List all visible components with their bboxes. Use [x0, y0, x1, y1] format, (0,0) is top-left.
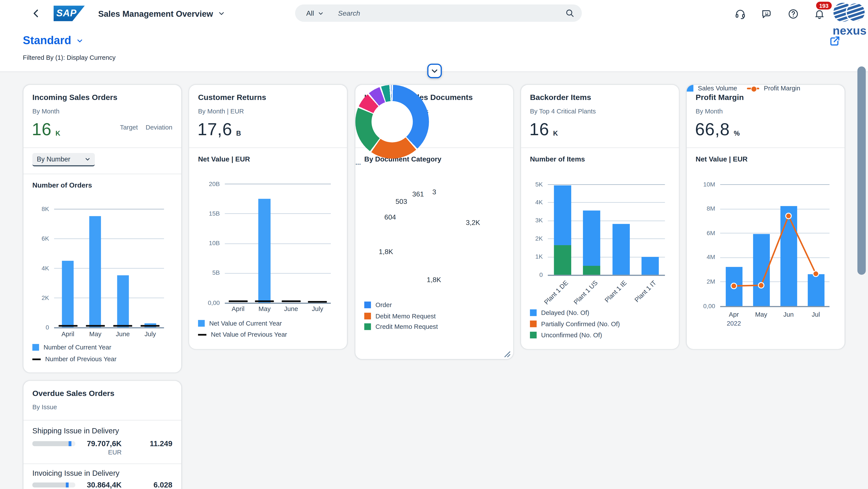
- y-axis-tick-label: 8M: [687, 205, 715, 212]
- search-input[interactable]: Search: [338, 9, 565, 17]
- bar-June[interactable]: [117, 276, 129, 327]
- legend-item: Net Value of Current Year: [198, 320, 282, 327]
- share-icon[interactable]: [830, 35, 841, 46]
- grid-line: [54, 327, 164, 328]
- line-marker[interactable]: [813, 271, 819, 277]
- donut-value-label: 604: [384, 213, 396, 221]
- bar-Plant 1 US[interactable]: [583, 266, 600, 275]
- search-icon[interactable]: [565, 8, 575, 18]
- shell-header: SAP Sales Management Overview All Search: [0, 0, 868, 27]
- incoming-orders-chart[interactable]: 8K6K4K2K0AprilMayJuneJulyNumber of Curre…: [24, 85, 181, 373]
- legend-label: Credit Memo Request: [375, 323, 438, 330]
- y-axis-tick-label: 15B: [189, 210, 220, 217]
- legend-label: Net Value of Current Year: [209, 320, 282, 327]
- grid-line: [548, 184, 665, 185]
- legend-swatch: [364, 313, 371, 319]
- grid-line: [225, 184, 331, 184]
- chevron-down-icon: [318, 10, 323, 16]
- y-axis-tick-label: 4K: [24, 264, 49, 271]
- app-title-menu[interactable]: Sales Management Overview: [98, 8, 225, 19]
- profit-margin-chart[interactable]: 10M8M6M4M2M0,00AprMayJunJul2022Sales Vol…: [687, 85, 844, 349]
- line-marker[interactable]: [758, 283, 764, 288]
- x-axis-label: July: [131, 330, 170, 337]
- legend-more: ...: [355, 159, 513, 167]
- feedback-chat-icon[interactable]: [761, 8, 772, 20]
- grid-line: [548, 275, 665, 276]
- line-marker[interactable]: [786, 213, 792, 219]
- chevron-down-icon: [218, 10, 225, 17]
- x-axis-label: July: [298, 305, 337, 312]
- filter-bar-summary[interactable]: Filtered By (1): Display Currency: [23, 54, 116, 61]
- legend-swatch: [530, 332, 537, 338]
- y-axis-tick-label: 20B: [189, 180, 220, 187]
- chevron-down-icon: [431, 67, 439, 75]
- issue-value: 30.864,4K: [87, 481, 122, 489]
- legend-label: Profit Margin: [764, 85, 800, 92]
- previous-year-marker: [282, 300, 301, 302]
- bar-May[interactable]: [258, 199, 271, 303]
- document-category-donut-chart[interactable]: 3,2K1,8K1,8K6045033613OrderDebit Memo Re…: [355, 85, 513, 359]
- notification-badge: 193: [816, 2, 832, 9]
- back-icon[interactable]: [31, 8, 42, 19]
- donut-value-label: 1,8K: [427, 276, 441, 284]
- legend-item: Number of Current Year: [32, 344, 111, 351]
- grid-line: [225, 273, 331, 274]
- backorder-items-chart[interactable]: 5K4K3K2K1K0Plant 1 DEPlant 1 USPlant 1 I…: [521, 85, 679, 349]
- bar-Plant 1 DE[interactable]: [554, 245, 571, 275]
- legend-label: Number of Previous Year: [45, 356, 117, 363]
- card-profit-margin[interactable]: Profit Margin By Month 66,8% Net Value |…: [687, 85, 844, 349]
- previous-year-marker: [58, 325, 77, 327]
- donut-chart[interactable]: [355, 85, 429, 159]
- customer-returns-chart[interactable]: 20B15B10B5B0,00AprilMayJuneJulyNet Value…: [189, 85, 347, 349]
- bar-Plant 1 IT[interactable]: [642, 257, 659, 275]
- legend-label: Debit Memo Request: [375, 313, 436, 319]
- legend-item: Unconfirmed (No. Of): [530, 332, 602, 338]
- card-customer-returns[interactable]: Customer Returns By Month | EUR 17,6B Ne…: [189, 85, 347, 349]
- card-subtitle: By Issue: [32, 404, 57, 410]
- sales-management-overview-page: SAP Sales Management Overview All Search: [0, 0, 868, 489]
- y-axis-tick-label: 0: [521, 271, 543, 278]
- nexus-brand-logo: nexus: [832, 1, 867, 49]
- card-backorder-items[interactable]: Backorder Items By Top 4 Critical Plants…: [521, 85, 679, 349]
- line-marker[interactable]: [731, 283, 737, 289]
- vertical-scrollbar[interactable]: [857, 66, 866, 275]
- sap-logo[interactable]: SAP: [54, 6, 85, 21]
- donut-value-label: 361: [412, 191, 424, 198]
- issue-value: 79.707,6K: [87, 439, 122, 448]
- search-scope-select[interactable]: All: [306, 9, 323, 17]
- x-axis-year-label: 2022: [714, 320, 753, 327]
- card-resize-handle[interactable]: [503, 349, 510, 357]
- collapse-header-button[interactable]: [427, 64, 442, 78]
- bar-Plant 1 US[interactable]: [583, 210, 600, 266]
- variant-title-text: Standard: [23, 34, 71, 47]
- x-axis-label: Jul: [796, 311, 835, 318]
- card-incoming-sales-orders[interactable]: Incoming Sales Orders By Month 16K Targe…: [24, 85, 181, 373]
- legend-swatch: [198, 320, 205, 327]
- y-axis-tick-label: 10M: [687, 181, 715, 188]
- grid-line: [225, 303, 331, 304]
- legend-item: Net Value of Previous Year: [198, 331, 287, 338]
- notifications-bell-icon[interactable]: [814, 8, 825, 20]
- y-axis-tick-label: 2K: [24, 294, 49, 301]
- variant-selector[interactable]: Standard: [23, 34, 83, 47]
- issue-count: 11.249: [150, 439, 173, 448]
- legend-label: Delayed (No. Of): [541, 309, 589, 316]
- profit-margin-line: [720, 184, 830, 306]
- bar-April[interactable]: [62, 261, 74, 327]
- y-axis-tick-label: 8K: [24, 205, 49, 212]
- y-axis-tick-label: 10B: [189, 239, 220, 246]
- card-overdue-sales-orders[interactable]: Overdue Sales Orders By Issue Shipping I…: [24, 381, 181, 489]
- y-axis-tick-label: 0,00: [189, 299, 220, 306]
- bar-May[interactable]: [89, 216, 101, 327]
- issue-label: Shipping Issue in Delivery: [32, 427, 119, 435]
- shell-search[interactable]: All Search: [295, 5, 582, 22]
- support-headset-icon[interactable]: [735, 8, 746, 20]
- legend-label: Partially Confirmed (No. Of): [541, 321, 620, 327]
- y-axis-tick-label: 0,00: [687, 302, 715, 309]
- bar-Plant 1 IE[interactable]: [613, 224, 630, 275]
- bar-Plant 1 DE[interactable]: [554, 185, 571, 245]
- issue-count: 6.028: [154, 481, 173, 489]
- card-incomplete-sales-documents[interactable]: Incomplete Sales Documents Number of Doc…: [355, 85, 513, 359]
- y-axis-tick-label: 4K: [521, 199, 543, 205]
- help-icon[interactable]: [788, 8, 799, 20]
